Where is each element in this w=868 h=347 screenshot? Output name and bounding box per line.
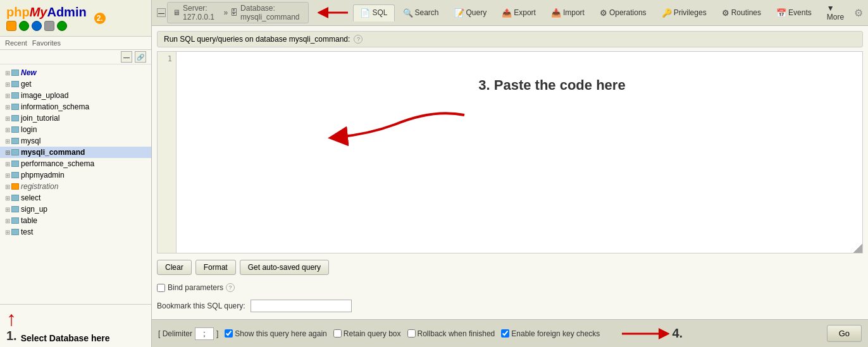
tab-export-label: Export xyxy=(514,8,536,17)
export-tab-icon: 📤 xyxy=(502,8,512,18)
tree-item-registration[interactable]: ⊞ registration xyxy=(0,181,151,192)
tree-item-mysqli-command[interactable]: ⊞ mysqli_command xyxy=(0,147,151,158)
db-icon xyxy=(11,217,19,224)
arrow-up-icon: ↑ xyxy=(6,308,16,329)
tree-item-join-tutorial[interactable]: ⊞ join_tutorial xyxy=(0,113,151,124)
tree-item-test[interactable]: ⊞ test xyxy=(0,226,151,238)
db-name: get xyxy=(21,80,32,88)
favorites-link[interactable]: Favorites xyxy=(32,39,61,47)
bind-params-checkbox[interactable] xyxy=(157,284,165,292)
tab-sql[interactable]: 📄 SQL xyxy=(353,4,394,21)
ops-tab-icon: ⚙ xyxy=(600,8,607,18)
bind-params-row: Bind parameters ? xyxy=(157,281,863,294)
expand-icon: ⊞ xyxy=(5,183,10,190)
tab-operations[interactable]: ⚙ Operations xyxy=(593,4,654,21)
bookmark-row: Bookmark this SQL query: xyxy=(157,298,863,314)
expand-icon: ⊞ xyxy=(5,115,10,122)
rollback-checkbox[interactable] xyxy=(407,329,416,338)
tab-events[interactable]: 📅 Events xyxy=(769,4,819,21)
foreign-key-text: Enable foreign key checks xyxy=(511,329,600,338)
expand-icon: ⊞ xyxy=(5,161,10,167)
tab-more[interactable]: ▼ More xyxy=(820,0,853,25)
tab-search[interactable]: 🔍 Search xyxy=(396,4,446,21)
bookmark-input[interactable] xyxy=(251,300,352,312)
bind-params-help-icon[interactable]: ? xyxy=(226,283,235,292)
breadcrumb-sep: » xyxy=(223,8,228,17)
breadcrumb: 🖥 Server: 127.0.0.1 » 🗄 Database: mysqli… xyxy=(167,2,309,23)
logo-php: php xyxy=(6,5,30,19)
tree-new-item[interactable]: ⊞ New xyxy=(0,67,151,78)
db-icon xyxy=(11,92,19,99)
db-name: image_upload xyxy=(21,91,68,100)
sidebar-bottom: ↑ 1. Select Database here xyxy=(0,304,151,347)
tree-item-phpmyadmin[interactable]: ⊞ phpmyadmin xyxy=(0,169,151,181)
expand-icon: ⊞ xyxy=(5,126,10,133)
collapse-icon[interactable]: — xyxy=(121,51,132,63)
sql-editor[interactable] xyxy=(177,52,862,253)
clear-button[interactable]: Clear xyxy=(157,260,192,275)
show-again-label[interactable]: Show this query here again xyxy=(225,329,326,338)
tab-export[interactable]: 📤 Export xyxy=(495,4,543,21)
sidebar-tree: ⊞ New ⊞ get ⊞ image_upload ⊞ information… xyxy=(0,64,151,304)
foreign-key-label[interactable]: Enable foreign key checks xyxy=(501,329,600,338)
help-icon[interactable]: ? xyxy=(354,35,363,44)
link-icon[interactable]: 🔗 xyxy=(135,51,146,63)
db-name: phpmyadmin xyxy=(21,171,65,180)
db-name: sign_up xyxy=(21,205,47,214)
step4-annotation: 4. xyxy=(619,324,683,343)
logo-admin: Admin xyxy=(47,5,86,19)
events-tab-icon: 📅 xyxy=(776,8,786,18)
delimiter-input[interactable] xyxy=(195,327,214,340)
resize-handle[interactable] xyxy=(853,244,862,253)
show-again-checkbox[interactable] xyxy=(225,329,233,338)
bind-params-label[interactable]: Bind parameters xyxy=(168,283,223,292)
tree-item-select[interactable]: ⊞ select xyxy=(0,192,151,204)
content-area: Run SQL query/queries on database mysqli… xyxy=(152,26,868,319)
tab-operations-label: Operations xyxy=(609,8,647,17)
expand-icon: ⊞ xyxy=(5,149,10,156)
settings-gear-icon[interactable]: ⚙ xyxy=(854,8,863,18)
logo-text: phpMyAdmin xyxy=(6,5,87,20)
format-button[interactable]: Format xyxy=(195,260,236,275)
expand-icon: ⊞ xyxy=(5,172,10,179)
go-button[interactable]: Go xyxy=(827,325,862,342)
rollback-label[interactable]: Rollback when finished xyxy=(407,329,495,338)
db-icon xyxy=(11,229,19,235)
main-area: — 🖥 Server: 127.0.0.1 » 🗄 Database: mysq… xyxy=(152,0,868,347)
db-name: test xyxy=(21,228,33,236)
db-name: table xyxy=(21,216,37,225)
more-label: ▼ More xyxy=(827,4,846,21)
retain-box-label[interactable]: Retain query box xyxy=(333,329,401,338)
logo-icon-circle-blue xyxy=(32,21,42,31)
sql-editor-container: 1 3. Paste the code here xyxy=(157,51,863,253)
retain-box-checkbox[interactable] xyxy=(333,329,342,338)
delimiter-close-label: ] xyxy=(216,329,218,338)
db-icon xyxy=(11,161,19,167)
sidebar: phpMyAdmin 2. Recent Favorites — 🔗 ⊞ New xyxy=(0,0,152,347)
tab-import[interactable]: 📥 Import xyxy=(544,4,592,21)
routines-tab-icon: ⚙ xyxy=(722,8,729,18)
recent-link[interactable]: Recent xyxy=(5,39,27,47)
tab-query[interactable]: 📝 Query xyxy=(447,4,494,21)
tree-item-image-upload[interactable]: ⊞ image_upload xyxy=(0,90,151,101)
sidebar-nav: Recent Favorites xyxy=(0,37,151,50)
tree-item-performance-schema[interactable]: ⊞ performance_schema xyxy=(0,158,151,169)
expand-icon: ⊞ xyxy=(5,195,10,202)
tree-item-table[interactable]: ⊞ table xyxy=(0,215,151,226)
auto-saved-button[interactable]: Get auto-saved query xyxy=(240,260,329,275)
tree-item-mysql[interactable]: ⊞ mysql xyxy=(0,135,151,147)
db-icon xyxy=(11,195,19,201)
expand-icon: ⊞ xyxy=(5,104,10,111)
tree-item-information-schema[interactable]: ⊞ information_schema xyxy=(0,101,151,113)
minimize-icon[interactable]: — xyxy=(157,8,166,17)
logo-icons xyxy=(6,21,87,31)
expand-icon: ⊞ xyxy=(5,229,10,236)
tree-item-login[interactable]: ⊞ login xyxy=(0,124,151,135)
tree-item-sign-up[interactable]: ⊞ sign_up xyxy=(0,204,151,215)
tree-item-get[interactable]: ⊞ get xyxy=(0,78,151,90)
tab-routines[interactable]: ⚙ Routines xyxy=(715,4,768,21)
server-icon: 🖥 xyxy=(173,8,180,17)
tab-privileges[interactable]: 🔑 Privileges xyxy=(655,4,714,21)
foreign-key-checkbox[interactable] xyxy=(501,329,509,338)
db-icon xyxy=(11,115,19,121)
